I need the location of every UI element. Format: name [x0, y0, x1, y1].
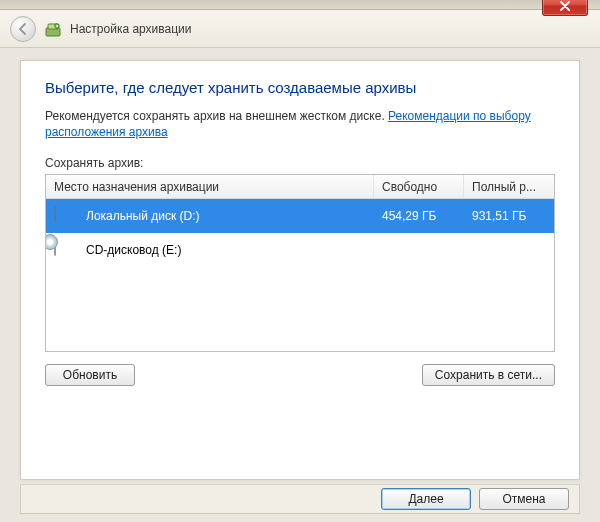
destination-table: Место назначения архивации Свободно Полн… [45, 174, 555, 352]
arrow-left-icon [16, 22, 30, 36]
next-button[interactable]: Далее [381, 488, 471, 510]
close-icon [559, 1, 571, 11]
description-text: Рекомендуется сохранять архив на внешнем… [45, 109, 388, 123]
page-title: Настройка архивации [70, 22, 192, 36]
table-header: Место назначения архивации Свободно Полн… [46, 175, 554, 199]
table-row[interactable]: Локальный диск (D:) 454,29 ГБ 931,51 ГБ [46, 199, 554, 233]
heading: Выберите, где следует хранить создаваемы… [45, 79, 555, 96]
close-button[interactable] [542, 0, 588, 16]
table-row[interactable]: CD-дисковод (E:) [46, 233, 554, 267]
save-label: Сохранять архив: [45, 156, 555, 170]
column-destination[interactable]: Место назначения архивации [46, 175, 374, 198]
row-size: 931,51 ГБ [464, 209, 554, 223]
back-button[interactable] [10, 16, 36, 42]
row-name: CD-дисковод (E:) [86, 243, 181, 257]
navbar: Настройка архивации [0, 10, 600, 48]
footer: Далее Отмена [20, 484, 580, 514]
row-name: Локальный диск (D:) [86, 209, 200, 223]
cancel-button[interactable]: Отмена [479, 488, 569, 510]
hdd-icon [54, 207, 78, 225]
save-network-button[interactable]: Сохранить в сети... [422, 364, 555, 386]
description: Рекомендуется сохранять архив на внешнем… [45, 108, 555, 140]
column-size[interactable]: Полный р... [464, 175, 554, 198]
titlebar [0, 0, 600, 10]
refresh-button[interactable]: Обновить [45, 364, 135, 386]
cd-drive-icon [54, 241, 78, 259]
content-panel: Выберите, где следует хранить создаваемы… [20, 60, 580, 480]
column-free[interactable]: Свободно [374, 175, 464, 198]
archive-icon [44, 20, 62, 38]
row-free: 454,29 ГБ [374, 209, 464, 223]
